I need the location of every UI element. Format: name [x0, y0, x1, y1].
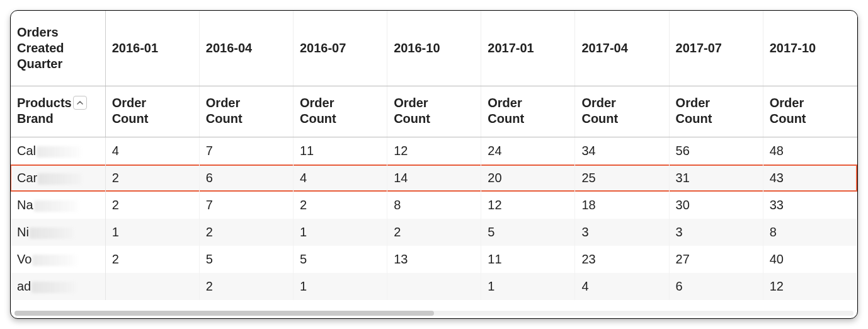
header-label: Count: [206, 112, 243, 125]
value-cell[interactable]: 23: [575, 246, 669, 273]
value-cell[interactable]: 1: [293, 219, 387, 246]
horizontal-scrollbar[interactable]: [14, 311, 854, 316]
table-row[interactable]: ad2114612: [11, 273, 857, 300]
value-cell[interactable]: 1: [293, 273, 387, 300]
row-dimension-header[interactable]: Orders Created Quarter: [11, 11, 105, 86]
measure-header[interactable]: OrderCount: [763, 86, 857, 137]
brand-cell[interactable]: ad: [11, 273, 105, 300]
value-cell[interactable]: 48: [763, 137, 857, 165]
column-dimension-header[interactable]: Products Brand: [11, 86, 105, 137]
value-cell[interactable]: 8: [387, 192, 481, 219]
quarter-header[interactable]: 2017-07: [669, 11, 763, 86]
cell-value: 27: [676, 252, 690, 266]
table-row[interactable]: Car2641420253143: [11, 164, 857, 192]
value-cell[interactable]: 30: [669, 192, 763, 219]
value-cell[interactable]: 33: [763, 192, 857, 219]
value-cell[interactable]: 4: [575, 273, 669, 300]
table-row[interactable]: Ni12125338: [11, 219, 857, 246]
value-cell[interactable]: 2: [105, 192, 199, 219]
cell-value: 2: [112, 252, 119, 266]
value-cell[interactable]: 4: [293, 164, 387, 192]
value-cell[interactable]: 24: [481, 137, 575, 165]
value-cell[interactable]: 31: [669, 164, 763, 192]
value-cell[interactable]: 3: [575, 219, 669, 246]
value-cell[interactable]: 7: [199, 192, 293, 219]
value-cell[interactable]: 2: [293, 192, 387, 219]
measure-header[interactable]: OrderCount: [293, 86, 387, 137]
brand-cell[interactable]: Ni: [11, 219, 105, 246]
quarter-header[interactable]: 2017-01: [481, 11, 575, 86]
cell-value: 30: [676, 198, 690, 212]
brand-cell[interactable]: Na: [11, 192, 105, 219]
value-cell[interactable]: 14: [387, 164, 481, 192]
value-cell[interactable]: 12: [763, 273, 857, 300]
cell-value: 48: [770, 144, 784, 158]
value-cell[interactable]: 34: [575, 137, 669, 165]
cell-value: 2: [112, 171, 119, 185]
brand-prefix: Car: [17, 171, 37, 185]
quarter-header[interactable]: 2017-10: [763, 11, 857, 86]
value-cell[interactable]: 8: [763, 219, 857, 246]
value-cell[interactable]: 56: [669, 137, 763, 165]
brand-prefix: Ni: [17, 225, 29, 239]
value-cell[interactable]: 20: [481, 164, 575, 192]
quarter-header[interactable]: 2016-01: [105, 11, 199, 86]
measure-header[interactable]: OrderCount: [105, 86, 199, 137]
brand-cell[interactable]: Vo: [11, 246, 105, 273]
value-cell[interactable]: 13: [387, 246, 481, 273]
scrollbar-thumb[interactable]: [14, 311, 434, 316]
table-row[interactable]: Cal47111224345648: [11, 137, 857, 165]
value-cell[interactable]: 3: [669, 219, 763, 246]
quarter-header[interactable]: 2017-04: [575, 11, 669, 86]
value-cell[interactable]: [105, 273, 199, 300]
value-cell[interactable]: 25: [575, 164, 669, 192]
table-row[interactable]: Vo2551311232740: [11, 246, 857, 273]
value-cell[interactable]: 2: [105, 164, 199, 192]
value-cell[interactable]: 27: [669, 246, 763, 273]
brand-cell[interactable]: Cal: [11, 137, 105, 165]
value-cell[interactable]: 43: [763, 164, 857, 192]
cell-value: 12: [770, 279, 784, 293]
brand-cell[interactable]: Car: [11, 164, 105, 192]
value-cell[interactable]: 6: [669, 273, 763, 300]
cell-value: 20: [488, 171, 501, 185]
quarter-header[interactable]: 2016-04: [199, 11, 293, 86]
value-cell[interactable]: 40: [763, 246, 857, 273]
value-cell[interactable]: 2: [199, 219, 293, 246]
table-row[interactable]: Na272812183033: [11, 192, 857, 219]
measure-header[interactable]: OrderCount: [387, 86, 481, 137]
cell-value: 56: [676, 144, 690, 158]
cell-value: 8: [394, 198, 401, 212]
header-label: Count: [112, 112, 149, 125]
value-cell[interactable]: [387, 273, 481, 300]
header-label: Order: [206, 96, 240, 110]
cell-value: 5: [206, 252, 213, 266]
sort-toggle-button[interactable]: [73, 96, 87, 110]
quarter-header[interactable]: 2016-07: [293, 11, 387, 86]
value-cell[interactable]: 4: [105, 137, 199, 165]
quarter-header[interactable]: 2016-10: [387, 11, 481, 86]
value-cell[interactable]: 7: [199, 137, 293, 165]
brand-prefix: Cal: [17, 144, 36, 158]
measure-header[interactable]: OrderCount: [669, 86, 763, 137]
value-cell[interactable]: 5: [293, 246, 387, 273]
value-cell[interactable]: 2: [199, 273, 293, 300]
measure-header[interactable]: OrderCount: [575, 86, 669, 137]
value-cell[interactable]: 18: [575, 192, 669, 219]
value-cell[interactable]: 5: [481, 219, 575, 246]
value-cell[interactable]: 11: [481, 246, 575, 273]
cell-value: 4: [581, 279, 588, 293]
value-cell[interactable]: 12: [481, 192, 575, 219]
measure-header[interactable]: OrderCount: [481, 86, 575, 137]
value-cell[interactable]: 12: [387, 137, 481, 165]
value-cell[interactable]: 1: [481, 273, 575, 300]
value-cell[interactable]: 11: [293, 137, 387, 165]
value-cell[interactable]: 6: [199, 164, 293, 192]
value-cell[interactable]: 2: [387, 219, 481, 246]
value-cell[interactable]: 5: [199, 246, 293, 273]
value-cell[interactable]: 2: [105, 246, 199, 273]
brand-prefix: Vo: [17, 252, 31, 266]
cell-value: 8: [770, 225, 777, 239]
value-cell[interactable]: 1: [105, 219, 199, 246]
measure-header[interactable]: OrderCount: [199, 86, 293, 137]
